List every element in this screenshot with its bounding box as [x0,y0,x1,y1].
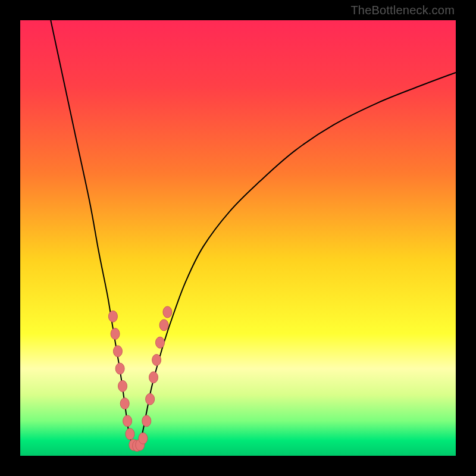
plot-area [20,20,456,456]
bottleneck-curve [20,20,456,456]
curve-right-branch [138,73,456,447]
bead [152,354,161,365]
bead [139,433,148,444]
bead [120,398,129,409]
bead [142,415,151,427]
bead [123,415,132,427]
bead [163,306,172,318]
bead [111,328,120,340]
bead [115,363,124,374]
bead [159,320,168,331]
watermark-text: TheBottleneck.com [350,4,455,17]
bead [146,393,155,405]
bead [126,428,134,440]
bead [118,380,127,392]
bead-cluster [108,306,172,452]
bead [155,337,164,348]
bead [113,346,122,357]
bead [108,311,117,322]
chart-frame: TheBottleneck.com [0,0,476,476]
bead [149,372,158,383]
